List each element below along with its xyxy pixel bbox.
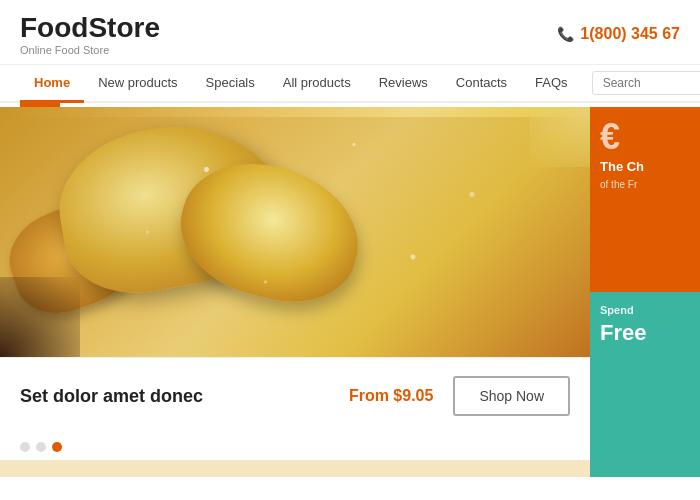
header: FoodStore Online Food Store 📞 1(800) 345… — [0, 0, 700, 65]
hero-title: Set dolor amet donec — [20, 386, 329, 407]
dot-3[interactable] — [52, 442, 62, 452]
sugar-dusting — [0, 107, 590, 357]
panel-sub: of the Fr — [600, 179, 690, 190]
nav-item-reviews[interactable]: Reviews — [365, 65, 442, 103]
hero-info: Set dolor amet donec From $9.05 Shop Now — [0, 357, 590, 434]
hero-image — [0, 107, 590, 357]
nav-item-contacts[interactable]: Contacts — [442, 65, 521, 103]
nav-item-all-products[interactable]: All products — [269, 65, 365, 103]
teal-big: Free — [600, 320, 690, 346]
promo-panel-orange[interactable]: € The Ch of the Fr — [590, 107, 700, 292]
phone-number: 1(800) 345 67 — [580, 25, 680, 43]
search-input[interactable] — [592, 71, 700, 95]
slide-dots — [0, 434, 590, 460]
shop-now-button[interactable]: Shop Now — [453, 376, 570, 416]
currency-symbol: € — [600, 119, 690, 155]
phone-icon: 📞 — [557, 26, 574, 42]
sidebar-panels: € The Ch of the Fr Spend Free — [590, 107, 700, 477]
hero-section: Set dolor amet donec From $9.05 Shop Now — [0, 107, 590, 477]
main-nav: Home New products Specials All products … — [0, 65, 700, 103]
panel-heading: The Ch — [600, 159, 690, 175]
main-content: Set dolor amet donec From $9.05 Shop Now… — [0, 107, 700, 477]
nav-item-faqs[interactable]: FAQs — [521, 65, 582, 103]
nav-item-new-products[interactable]: New products — [84, 65, 191, 103]
logo-title: FoodStore — [20, 12, 160, 44]
logo-block: FoodStore Online Food Store — [20, 12, 160, 56]
dot-1[interactable] — [20, 442, 30, 452]
hero-price: From $9.05 — [349, 387, 433, 405]
phone-block: 📞 1(800) 345 67 — [557, 25, 680, 43]
logo-tagline: Online Food Store — [20, 44, 160, 56]
nav-item-home[interactable]: Home — [20, 65, 84, 103]
teal-label: Spend — [600, 304, 690, 316]
food-visual — [0, 107, 590, 357]
promo-panel-teal[interactable]: Spend Free — [590, 292, 700, 477]
nav-item-specials[interactable]: Specials — [192, 65, 269, 103]
dot-2[interactable] — [36, 442, 46, 452]
